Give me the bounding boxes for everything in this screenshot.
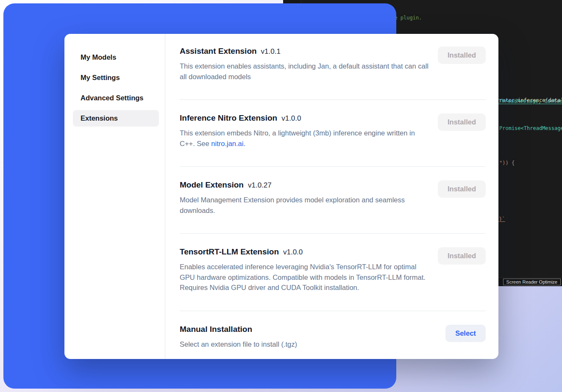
extension-version: v1.0.0 bbox=[281, 114, 301, 122]
extension-version: v1.0.1 bbox=[261, 47, 281, 55]
extension-row-model: Model Extensionv1.0.27 Model Management … bbox=[180, 180, 486, 234]
screen-reader-badge[interactable]: Screen Reader Optimize bbox=[503, 279, 561, 285]
extension-description: Model Management Extension provides mode… bbox=[180, 195, 430, 215]
settings-modal: My Models My Settings Advanced Settings … bbox=[64, 34, 498, 359]
extension-description: This extension enables assistants, inclu… bbox=[180, 61, 430, 82]
code-fragment: ")) { bbox=[499, 160, 515, 166]
extension-title: Model Extension bbox=[180, 180, 244, 189]
extension-title: Assistant Extension bbox=[180, 47, 257, 55]
sidebar-item-my-models[interactable]: My Models bbox=[73, 49, 159, 66]
sidebar-item-advanced-settings[interactable]: Advanced Settings bbox=[73, 90, 159, 106]
extension-row-nitro: Inference Nitro Extensionv1.0.0 This ext… bbox=[180, 113, 486, 167]
extension-info: Assistant Extensionv1.0.1 This extension… bbox=[180, 47, 430, 82]
settings-sidebar: My Models My Settings Advanced Settings … bbox=[64, 34, 165, 359]
code-fragment: rator.inference(data)); bbox=[499, 97, 562, 103]
sidebar-item-extensions[interactable]: Extensions bbox=[73, 110, 159, 127]
extensions-panel: Assistant Extensionv1.0.1 This extension… bbox=[165, 34, 498, 359]
nitro-link[interactable]: nitro.jan.ai. bbox=[211, 140, 245, 147]
installed-button[interactable]: Installed bbox=[438, 247, 486, 265]
extension-version: v1.0.27 bbox=[248, 181, 272, 189]
installed-button[interactable]: Installed bbox=[438, 180, 486, 198]
extension-info: Model Extensionv1.0.27 Model Management … bbox=[180, 180, 430, 215]
code-fragment: Promise<ThreadMessage> bbox=[499, 125, 562, 131]
extension-info: Manual Installation Select an extension … bbox=[180, 325, 297, 350]
manual-installation-row: Manual Installation Select an extension … bbox=[180, 325, 486, 350]
installed-button[interactable]: Installed bbox=[438, 47, 486, 64]
sidebar-item-my-settings[interactable]: My Settings bbox=[73, 69, 159, 86]
extension-info: Inference Nitro Extensionv1.0.0 This ext… bbox=[180, 113, 430, 149]
manual-installation-title: Manual Installation bbox=[180, 325, 252, 334]
extension-title: Inference Nitro Extension bbox=[180, 113, 277, 122]
extension-row-assistant: Assistant Extensionv1.0.1 This extension… bbox=[180, 47, 486, 100]
extension-description: Enables accelerated inference leveraging… bbox=[180, 262, 430, 293]
extension-title: TensortRT-LLM Extension bbox=[180, 247, 279, 256]
installed-button[interactable]: Installed bbox=[438, 113, 486, 131]
manual-installation-description: Select an extension file to install (.tg… bbox=[180, 339, 297, 350]
select-file-button[interactable]: Select bbox=[445, 325, 486, 342]
extension-row-tensorrt: TensortRT-LLM Extensionv1.0.0 Enables ac… bbox=[180, 247, 486, 311]
extension-version: v1.0.0 bbox=[283, 248, 303, 256]
extension-info: TensortRT-LLM Extensionv1.0.0 Enables ac… bbox=[180, 247, 430, 293]
extension-description: This extension embeds Nitro, a lightweig… bbox=[180, 128, 430, 149]
